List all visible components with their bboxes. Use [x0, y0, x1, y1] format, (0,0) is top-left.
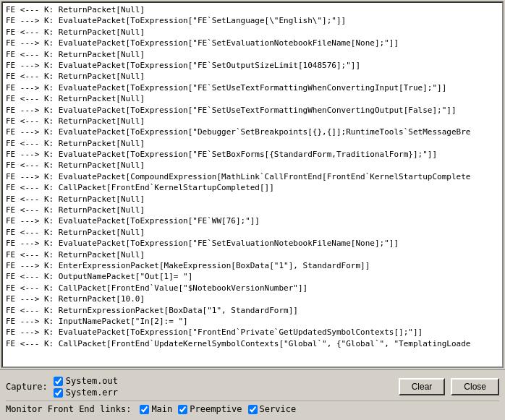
- log-line: FE <--- K: ReturnExpressionPacket[BoxDat…: [6, 305, 499, 316]
- monitor-label: Monitor Front End links:: [6, 404, 131, 414]
- log-line: FE <--- K: CallPacket[FrontEnd`Value["$N…: [6, 283, 499, 293]
- log-line: FE ---> K: EvaluatePacket[ToExpression["…: [6, 327, 499, 338]
- log-area[interactable]: FE <--- K: ReturnPacket[Null]FE ---> K: …: [1, 1, 504, 368]
- log-line: FE ---> K: EvaluatePacket[ToExpression["…: [6, 60, 499, 71]
- log-line: FE <--- K: ReturnPacket[Null]: [6, 227, 499, 238]
- preemptive-checkbox[interactable]: [178, 405, 187, 414]
- log-line: FE ---> K: EvaluatePacket[ToExpression["…: [6, 105, 499, 116]
- log-line: FE ---> K: EvaluatePacket[ToExpression["…: [6, 149, 499, 160]
- log-line: FE <--- K: CallPacket[FrontEnd`UpdateKer…: [6, 338, 499, 349]
- log-line: FE ---> K: InputNamePacket["In[2]:= "]: [6, 316, 499, 327]
- preemptive-checkbox-label[interactable]: Preemptive: [178, 404, 242, 414]
- log-line: FE <--- K: ReturnPacket[Null]: [6, 116, 499, 127]
- system-out-checkbox[interactable]: [54, 377, 63, 386]
- capture-row: Capture: System.out System.err Clear Clo…: [6, 373, 499, 400]
- log-line: FE <--- K: CallPacket[FrontEnd`KernelSta…: [6, 182, 499, 193]
- log-line: FE <--- K: ReturnPacket[Null]: [6, 205, 499, 215]
- log-line: FE ---> K: ReturnPacket[10.0]: [6, 293, 499, 304]
- clear-button[interactable]: Clear: [399, 378, 446, 395]
- log-line: FE ---> K: EvaluatePacket[CompoundExpres…: [6, 171, 499, 182]
- log-line: FE <--- K: ReturnPacket[Null]: [6, 71, 499, 82]
- main-label: Main: [151, 404, 172, 414]
- log-line: FE ---> K: EvaluatePacket[ToExpression["…: [6, 15, 499, 26]
- log-line: FE <--- K: ReturnPacket[Null]: [6, 27, 499, 38]
- system-out-label: System.out: [66, 376, 118, 386]
- service-checkbox-label[interactable]: Service: [248, 404, 297, 414]
- log-line: FE <--- K: ReturnPacket[Null]: [6, 93, 499, 104]
- log-line: FE ---> K: EvaluatePacket[ToExpression["…: [6, 215, 499, 226]
- capture-label: Capture:: [6, 382, 48, 392]
- service-label: Service: [260, 404, 297, 414]
- preemptive-label: Preemptive: [190, 404, 242, 414]
- log-line: FE ---> K: EvaluatePacket[ToExpression["…: [6, 238, 499, 249]
- log-line: FE ---> K: EvaluatePacket[ToExpression["…: [6, 82, 499, 93]
- service-checkbox[interactable]: [248, 405, 258, 414]
- close-button[interactable]: Close: [451, 378, 499, 395]
- log-line: FE <--- K: ReturnPacket[Null]: [6, 249, 499, 260]
- monitor-row: Monitor Front End links: Main Preemptive…: [6, 400, 499, 417]
- log-line: FE ---> K: EnterExpressionPacket[MakeExp…: [6, 260, 499, 271]
- log-line: FE <--- K: ReturnPacket[Null]: [6, 160, 499, 171]
- log-line: FE <--- K: ReturnPacket[Null]: [6, 49, 499, 60]
- log-line: FE <--- K: OutputNamePacket["Out[1]= "]: [6, 271, 499, 282]
- checkboxes: System.out System.err: [54, 376, 399, 398]
- main-checkbox-label[interactable]: Main: [140, 404, 172, 414]
- system-err-label: System.err: [66, 387, 118, 398]
- log-line: FE <--- K: ReturnPacket[Null]: [6, 194, 499, 205]
- log-line: FE ---> K: EvaluatePacket[ToExpression["…: [6, 38, 499, 48]
- log-line: FE <--- K: ReturnPacket[Null]: [6, 138, 499, 149]
- system-out-checkbox-label[interactable]: System.out: [54, 376, 399, 386]
- capture-buttons: Clear Close: [399, 378, 499, 395]
- main-checkbox[interactable]: [140, 405, 149, 414]
- system-err-checkbox-label[interactable]: System.err: [54, 387, 399, 398]
- log-line: FE <--- K: ReturnPacket[Null]: [6, 4, 499, 15]
- log-line: FE ---> K: EvaluatePacket[ToExpression["…: [6, 127, 499, 137]
- bottom-panel: Capture: System.out System.err Clear Clo…: [0, 369, 505, 420]
- system-err-checkbox[interactable]: [54, 388, 63, 398]
